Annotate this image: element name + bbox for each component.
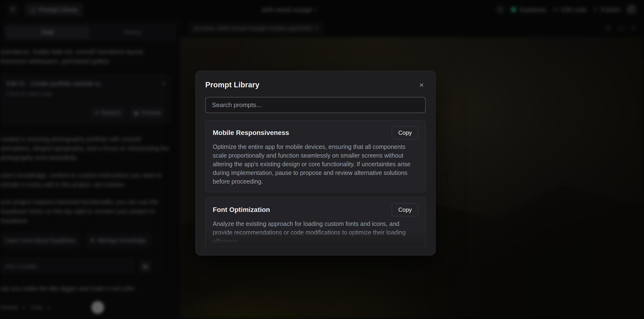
prompt-card-mobile-responsiveness: Mobile Responsiveness Copy Optimize the …	[205, 120, 426, 192]
search-input[interactable]	[205, 97, 426, 113]
prompt-list[interactable]: Mobile Responsiveness Copy Optimize the …	[205, 120, 426, 246]
prompt-description: Analyze the existing approach for loadin…	[213, 220, 418, 246]
app-window: ♥ ❏ Prompt Library artfs-visual-voyage ▾…	[0, 0, 644, 319]
modal-title: Prompt Library	[205, 80, 260, 89]
prompt-library-modal: Prompt Library × Mobile Responsiveness C…	[196, 71, 436, 256]
copy-button[interactable]: Copy	[392, 203, 418, 216]
prompt-title: Mobile Responsiveness	[213, 129, 289, 137]
prompt-card-font-optimization: Font Optimization Copy Analyze the exist…	[205, 197, 426, 246]
prompt-title: Font Optimization	[213, 206, 270, 214]
close-icon[interactable]: ×	[417, 80, 426, 90]
prompt-description: Optimize the entire app for mobile devic…	[213, 142, 418, 186]
copy-button[interactable]: Copy	[392, 126, 418, 139]
